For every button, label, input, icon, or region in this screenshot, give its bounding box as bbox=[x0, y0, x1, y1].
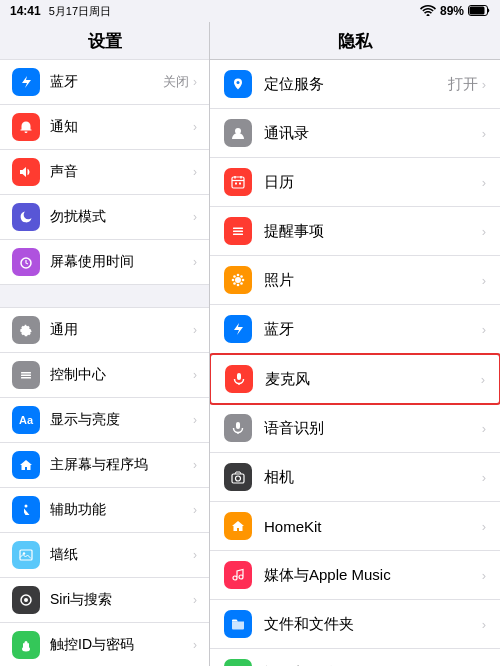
svg-rect-32 bbox=[233, 228, 243, 230]
controlcenter-icon bbox=[12, 361, 40, 389]
wallpaper-chevron: › bbox=[193, 548, 197, 562]
right-item-files[interactable]: 文件和文件夹› bbox=[210, 600, 500, 649]
sidebar-item-touchid[interactable]: 触控ID与密码› bbox=[0, 623, 209, 666]
notification-label: 通知 bbox=[50, 118, 189, 136]
battery-percent: 89% bbox=[440, 4, 464, 18]
controlcenter-label: 控制中心 bbox=[50, 366, 189, 384]
right-item-microphone[interactable]: 麦克风› bbox=[210, 353, 500, 405]
right-item-reminders[interactable]: 提醒事项› bbox=[210, 207, 500, 256]
sidebar-item-homescreen[interactable]: 主屏幕与程序坞› bbox=[0, 443, 209, 488]
right-homekit-chevron: › bbox=[482, 519, 486, 534]
right-location-icon bbox=[224, 70, 252, 98]
right-item-camera[interactable]: 相机› bbox=[210, 453, 500, 502]
sound-icon bbox=[12, 158, 40, 186]
donotdisturb-icon bbox=[12, 203, 40, 231]
right-speechrecog-chevron: › bbox=[482, 421, 486, 436]
bluetooth-chevron: › bbox=[193, 75, 197, 89]
sidebar-item-sound[interactable]: 声音› bbox=[0, 150, 209, 195]
right-contacts-icon bbox=[224, 119, 252, 147]
right-item-location[interactable]: 定位服务打开› bbox=[210, 60, 500, 109]
svg-point-39 bbox=[242, 279, 245, 282]
right-item-bluetooth[interactable]: 蓝牙› bbox=[210, 305, 500, 354]
screentime-label: 屏幕使用时间 bbox=[50, 253, 189, 271]
sidebar-item-donotdisturb[interactable]: 勿扰模式› bbox=[0, 195, 209, 240]
sidebar-group-2: 通用›控制中心›Aa显示与亮度›主屏幕与程序坞›辅助功能›墙纸›Siri与搜索›… bbox=[0, 307, 209, 666]
sound-chevron: › bbox=[193, 165, 197, 179]
right-panel: 隐私 定位服务打开›通讯录›日历›提醒事项›照片›蓝牙›麦克风›语音识别›相机›… bbox=[210, 22, 500, 666]
notification-icon bbox=[12, 113, 40, 141]
right-photos-label: 照片 bbox=[264, 271, 482, 290]
touchid-icon bbox=[12, 631, 40, 659]
bluetooth-right-text: 关闭 bbox=[163, 73, 189, 91]
svg-point-27 bbox=[237, 81, 240, 84]
screentime-icon bbox=[12, 248, 40, 276]
right-item-health[interactable]: 运动与健身› bbox=[210, 649, 500, 666]
wallpaper-icon bbox=[12, 541, 40, 569]
homescreen-label: 主屏幕与程序坞 bbox=[50, 456, 189, 474]
wifi-icon bbox=[420, 4, 436, 18]
svg-rect-4 bbox=[21, 375, 31, 377]
right-contacts-label: 通讯录 bbox=[264, 124, 482, 143]
sidebar-item-display[interactable]: Aa显示与亮度› bbox=[0, 398, 209, 443]
battery-icon bbox=[468, 5, 490, 18]
bluetooth-label: 蓝牙 bbox=[50, 73, 163, 91]
right-item-speechrecog[interactable]: 语音识别› bbox=[210, 404, 500, 453]
right-item-media[interactable]: 媒体与Apple Music› bbox=[210, 551, 500, 600]
svg-point-38 bbox=[232, 279, 235, 282]
svg-point-6 bbox=[25, 505, 28, 508]
sidebar-item-controlcenter[interactable]: 控制中心› bbox=[0, 353, 209, 398]
right-item-calendar[interactable]: 日历› bbox=[210, 158, 500, 207]
right-media-chevron: › bbox=[482, 568, 486, 583]
siri-icon bbox=[12, 586, 40, 614]
donotdisturb-chevron: › bbox=[193, 210, 197, 224]
right-location-chevron: › bbox=[482, 77, 486, 92]
general-chevron: › bbox=[193, 323, 197, 337]
right-calendar-icon bbox=[224, 168, 252, 196]
accessibility-icon bbox=[12, 496, 40, 524]
accessibility-label: 辅助功能 bbox=[50, 501, 189, 519]
sidebar-item-bluetooth[interactable]: 蓝牙关闭› bbox=[0, 59, 209, 105]
right-reminders-chevron: › bbox=[482, 224, 486, 239]
right-media-icon bbox=[224, 561, 252, 589]
sidebar-gap-1 bbox=[0, 285, 209, 307]
svg-rect-3 bbox=[21, 372, 31, 374]
accessibility-chevron: › bbox=[193, 503, 197, 517]
right-homekit-icon bbox=[224, 512, 252, 540]
svg-rect-13 bbox=[23, 643, 25, 648]
right-reminders-icon bbox=[224, 217, 252, 245]
right-bluetooth-chevron: › bbox=[482, 322, 486, 337]
sidebar-item-notification[interactable]: 通知› bbox=[0, 105, 209, 150]
right-photos-chevron: › bbox=[482, 273, 486, 288]
right-contacts-chevron: › bbox=[482, 126, 486, 141]
svg-point-10 bbox=[24, 598, 28, 602]
right-item-homekit[interactable]: HomeKit› bbox=[210, 502, 500, 551]
svg-rect-34 bbox=[233, 234, 243, 236]
controlcenter-chevron: › bbox=[193, 368, 197, 382]
right-item-photos[interactable]: 照片› bbox=[210, 256, 500, 305]
right-camera-chevron: › bbox=[482, 470, 486, 485]
right-calendar-chevron: › bbox=[482, 175, 486, 190]
donotdisturb-label: 勿扰模式 bbox=[50, 208, 189, 226]
right-location-right-text: 打开 bbox=[448, 75, 478, 94]
sidebar-item-screentime[interactable]: 屏幕使用时间› bbox=[0, 240, 209, 285]
wallpaper-label: 墙纸 bbox=[50, 546, 189, 564]
homescreen-chevron: › bbox=[193, 458, 197, 472]
svg-point-37 bbox=[237, 284, 240, 287]
right-item-contacts[interactable]: 通讯录› bbox=[210, 109, 500, 158]
right-bluetooth-icon bbox=[224, 315, 252, 343]
right-camera-label: 相机 bbox=[264, 468, 482, 487]
svg-rect-44 bbox=[237, 373, 241, 380]
sidebar-item-general[interactable]: 通用› bbox=[0, 307, 209, 353]
siri-label: Siri与搜索 bbox=[50, 591, 189, 609]
sidebar-item-siri[interactable]: Siri与搜索› bbox=[0, 578, 209, 623]
svg-point-35 bbox=[235, 277, 241, 283]
screentime-chevron: › bbox=[193, 255, 197, 269]
svg-rect-33 bbox=[233, 231, 243, 233]
right-files-chevron: › bbox=[482, 617, 486, 632]
notification-chevron: › bbox=[193, 120, 197, 134]
sidebar-item-accessibility[interactable]: 辅助功能› bbox=[0, 488, 209, 533]
svg-rect-30 bbox=[235, 183, 237, 185]
sidebar-item-wallpaper[interactable]: 墙纸› bbox=[0, 533, 209, 578]
svg-rect-45 bbox=[236, 422, 240, 429]
right-reminders-label: 提醒事项 bbox=[264, 222, 482, 241]
